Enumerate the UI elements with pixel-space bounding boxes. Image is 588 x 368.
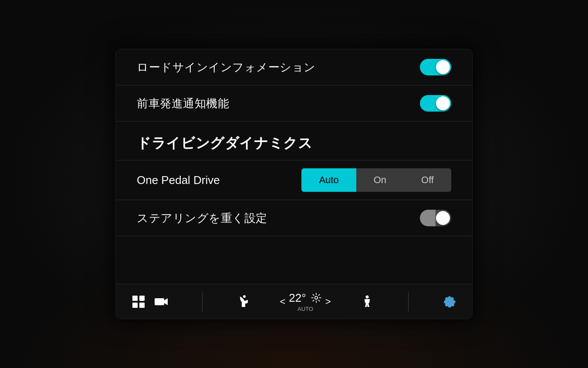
steering-row: ステアリングを重く設定 [116,200,472,236]
svg-marker-5 [164,298,168,305]
svg-line-13 [318,300,320,301]
svg-point-7 [314,296,318,300]
screen-container: ロードサインインフォメーション 前車発進通知機能 [115,49,473,319]
steering-toggle[interactable] [420,210,451,226]
grid-icon[interactable] [129,292,148,311]
svg-rect-3 [139,303,145,308]
svg-rect-4 [155,298,164,305]
one-pedal-on-button[interactable]: On [356,168,404,192]
camera-icon[interactable] [152,292,171,311]
steering-label: ステアリングを重く設定 [137,211,267,226]
svg-line-15 [313,300,314,301]
driving-dynamics-title: ドライビングダイナミクス [137,135,313,151]
nav-divider-2 [408,292,409,311]
svg-line-14 [318,294,320,296]
outer-frame: ロードサインインフォメーション 前車発進通知機能 [0,0,588,368]
forward-vehicle-toggle[interactable] [420,95,451,112]
nav-divider-1 [202,292,203,311]
settings-list: ロードサインインフォメーション 前車発進通知機能 [116,49,472,284]
forward-vehicle-row: 前車発進通知機能 [116,85,472,122]
road-sign-label: ロードサインインフォメーション [137,60,316,75]
svg-line-12 [313,294,314,296]
climate-block: 22° [289,291,321,312]
auto-label: AUTO [297,306,313,312]
svg-point-6 [243,295,246,298]
svg-rect-0 [132,296,138,301]
one-pedal-off-button[interactable]: Off [404,168,451,192]
one-pedal-row: One Pedal Drive Auto On Off [116,160,472,200]
climate-group: < 22° [280,291,331,312]
nav-left-group [129,292,171,311]
bottom-nav: < 22° [116,284,472,319]
seat-icon[interactable] [234,292,253,311]
road-sign-row: ロードサインインフォメーション [116,49,472,85]
one-pedal-label: One Pedal Drive [137,174,220,187]
temp-up-button[interactable]: > [325,296,331,307]
one-pedal-button-group: Auto On Off [301,168,451,192]
settings-gear-icon[interactable] [440,292,459,311]
child-seat-icon[interactable] [358,292,377,311]
temperature-display: 22° [289,291,306,305]
driving-dynamics-section: ドライビングダイナミクス [116,122,472,160]
forward-vehicle-label: 前車発進通知機能 [137,96,229,111]
one-pedal-auto-button[interactable]: Auto [301,168,356,192]
svg-point-16 [366,295,369,298]
road-sign-toggle[interactable] [420,59,451,75]
svg-rect-1 [139,296,145,301]
screen-content: ロードサインインフォメーション 前車発進通知機能 [116,49,472,319]
svg-rect-2 [132,303,138,308]
temp-down-button[interactable]: < [280,296,285,307]
climate-center: 22° [289,291,321,305]
